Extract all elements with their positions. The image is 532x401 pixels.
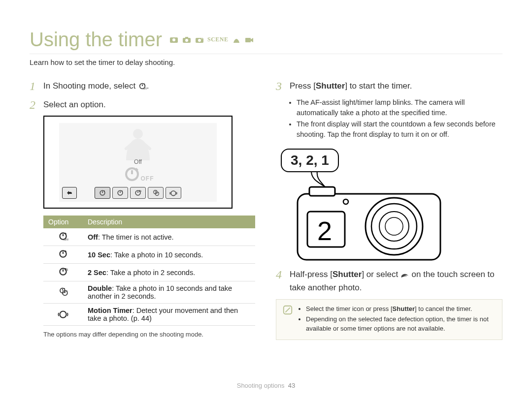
svg-point-10 (133, 129, 143, 139)
camera-illustration: 3, 2, 1 2 (276, 149, 463, 262)
step-4: 4 Half-press [Shutter] or select on the … (276, 269, 502, 294)
camera-body: 2 (296, 184, 443, 263)
note-box: Select the timer icon or press [Shutter]… (276, 299, 502, 340)
right-column: 3 Press [Shutter] to start the timer. Th… (276, 80, 502, 340)
mode-icons: P SCENE (169, 36, 254, 44)
option-icon-cell (43, 281, 83, 304)
person-silhouette (118, 126, 158, 160)
swoosh-icon (400, 270, 409, 282)
svg-text:OFF: OFF (143, 88, 147, 90)
option-off[interactable] (95, 187, 110, 199)
svg-rect-4 (185, 37, 188, 38)
timer-option-row: 2s (95, 187, 181, 199)
table-row: 10 Sec: Take a photo in 10 seconds. (43, 246, 255, 264)
svg-text:OFF: OFF (64, 238, 68, 241)
option-icon-cell: 2s (43, 264, 83, 281)
step-3: 3 Press [Shutter] to start the timer. (276, 80, 502, 93)
option-icon-cell: OFF (43, 228, 83, 246)
svg-rect-8 (245, 38, 251, 42)
th-option: Option (43, 216, 83, 228)
step-1: 1 In Shooting mode, select OFF . (30, 80, 256, 94)
option-double[interactable] (148, 187, 164, 199)
note-icon (282, 305, 293, 335)
note-item: Depending on the selected face defection… (306, 315, 496, 334)
back-button[interactable] (62, 187, 77, 199)
note-item: Select the timer icon or press [Shutter]… (306, 305, 496, 314)
subtitle: Learn how to set the timer to delay shoo… (30, 58, 502, 66)
option-2s[interactable]: 2s (130, 187, 146, 199)
options-table: Option Description OFFOff: The timer is … (43, 216, 255, 326)
table-footnote: The options may differ depending on the … (43, 331, 256, 338)
camera-lcd-screenshot: Off OFF 2s (43, 116, 233, 209)
svg-point-16 (366, 198, 423, 255)
option-10s[interactable] (112, 187, 128, 199)
option-icon-cell (43, 304, 83, 326)
step-2: 2 Select an option. (30, 99, 256, 111)
page-title: Using the timer P SCENE (30, 29, 502, 51)
table-row: Motion Timer: Detect your movement and t… (43, 304, 255, 326)
table-row: OFFOff: The timer is not active. (43, 228, 255, 246)
option-desc-cell: Motion Timer: Detect your movement and t… (83, 304, 255, 326)
option-desc-cell: 10 Sec: Take a photo in 10 seconds. (83, 246, 255, 264)
option-desc-cell: Off: The timer is not active. (83, 228, 255, 246)
countdown-bubble: 3, 2, 1 (281, 149, 339, 172)
svg-point-6 (198, 39, 201, 42)
smart-icon (169, 36, 179, 44)
dual-icon (232, 36, 241, 44)
option-desc-cell: Double: Take a photo in 10 seconds and t… (83, 281, 255, 304)
table-row: 2s2 Sec: Take a photo in 2 seconds. (43, 264, 255, 281)
camera-icon (182, 36, 192, 44)
svg-point-1 (172, 38, 175, 41)
program-icon: P (195, 36, 204, 44)
bubble-tail (310, 171, 330, 191)
svg-text:2s: 2s (139, 190, 142, 192)
timer-off-large-icon: OFF (122, 164, 154, 184)
option-motion[interactable] (166, 187, 181, 199)
timer-off-icon: OFF (138, 82, 147, 94)
svg-text:P: P (201, 37, 203, 40)
th-desc: Description (83, 216, 255, 228)
table-row: Double: Take a photo in 10 seconds and t… (43, 281, 255, 304)
step-3-bullets: The AF-assist light/timer lamp blinks. T… (290, 97, 502, 140)
movie-icon (244, 36, 254, 44)
option-icon-cell (43, 246, 83, 264)
svg-point-3 (185, 39, 188, 42)
front-display-digit: 2 (317, 216, 332, 246)
page-footer: Shooting options 43 (0, 382, 532, 389)
left-column: 1 In Shooting mode, select OFF . 2 Selec… (30, 80, 256, 340)
option-desc-cell: 2 Sec: Take a photo in 2 seconds. (83, 264, 255, 281)
title-text: Using the timer (30, 29, 162, 51)
scene-icon: SCENE (207, 36, 229, 43)
svg-text:2s: 2s (65, 268, 68, 271)
